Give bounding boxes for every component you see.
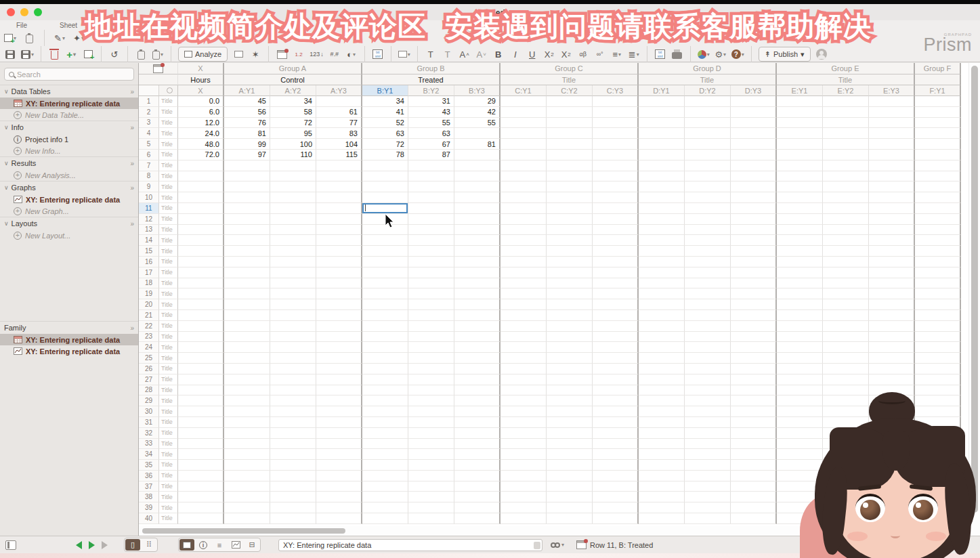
column-header[interactable]: B:Y2 xyxy=(408,85,454,96)
table-cell[interactable] xyxy=(593,160,639,171)
table-cell[interactable] xyxy=(408,288,454,299)
table-cell[interactable] xyxy=(500,460,547,471)
text-box-button[interactable]: T xyxy=(442,47,454,61)
table-cell[interactable] xyxy=(731,374,777,385)
table-cell[interactable] xyxy=(500,492,547,502)
row-number[interactable]: 13 xyxy=(139,225,159,236)
table-cell[interactable] xyxy=(178,406,224,417)
table-cell[interactable] xyxy=(593,417,639,428)
row-title-cell[interactable]: Title xyxy=(159,332,178,343)
table-cell[interactable] xyxy=(593,150,639,160)
table-cell[interactable] xyxy=(639,395,685,406)
table-cell[interactable] xyxy=(224,321,270,332)
table-cell[interactable] xyxy=(869,267,915,278)
table-cell[interactable] xyxy=(362,406,408,417)
table-cell[interactable] xyxy=(685,513,731,524)
table-cell[interactable] xyxy=(777,160,823,171)
table-cell[interactable] xyxy=(823,278,869,289)
row-title-cell[interactable]: Title xyxy=(159,160,178,171)
group-subtitle[interactable]: Title xyxy=(500,74,639,85)
table-cell[interactable] xyxy=(593,439,639,450)
table-cell[interactable] xyxy=(869,374,915,385)
table-cell[interactable] xyxy=(731,439,777,450)
expand-icon[interactable]: » xyxy=(130,220,134,228)
align-button[interactable]: ≡▾ xyxy=(611,47,623,61)
table-cell[interactable] xyxy=(547,150,593,160)
table-cell[interactable]: 52 xyxy=(362,118,408,129)
table-cell[interactable] xyxy=(915,267,961,278)
table-cell[interactable] xyxy=(547,492,593,502)
table-cell[interactable] xyxy=(316,417,362,428)
table-cell[interactable] xyxy=(178,460,224,471)
font-family-select[interactable]: Verdana xyxy=(467,20,540,32)
table-corner[interactable] xyxy=(139,63,178,74)
row-number[interactable]: 5 xyxy=(139,139,159,150)
table-cell[interactable] xyxy=(639,171,685,182)
table-cell[interactable] xyxy=(685,417,731,428)
table-cell[interactable] xyxy=(178,342,224,353)
table-cell[interactable] xyxy=(547,460,593,471)
table-cell[interactable] xyxy=(500,481,547,492)
table-cell[interactable] xyxy=(408,310,454,321)
row-title-cell[interactable]: Title xyxy=(159,492,178,502)
table-cell[interactable] xyxy=(639,203,685,214)
decimal-button[interactable]: 1.2 xyxy=(293,47,305,61)
table-cell[interactable] xyxy=(869,160,915,171)
sidebar-item-data-table[interactable]: XY: Entering replicate data xyxy=(0,98,138,109)
table-cell[interactable] xyxy=(500,107,547,118)
table-cell[interactable] xyxy=(915,150,961,160)
table-cell[interactable] xyxy=(270,171,316,182)
row-number[interactable]: 28 xyxy=(139,385,159,396)
table-cell[interactable] xyxy=(869,192,915,203)
table-cell[interactable] xyxy=(454,246,500,257)
table-cell[interactable] xyxy=(547,353,593,364)
table-cell[interactable] xyxy=(915,257,961,267)
table-cell[interactable] xyxy=(224,449,270,460)
table-cell[interactable] xyxy=(454,150,500,160)
column-header[interactable]: C:Y1 xyxy=(500,85,547,96)
table-cell[interactable] xyxy=(362,385,408,396)
table-cell[interactable] xyxy=(178,332,224,343)
table-cell[interactable]: 115 xyxy=(316,150,362,160)
table-cell[interactable] xyxy=(454,502,500,513)
table-cell[interactable] xyxy=(639,299,685,310)
table-cell[interactable] xyxy=(915,139,961,150)
table-cell[interactable] xyxy=(454,299,500,310)
table-cell[interactable] xyxy=(915,235,961,246)
table-cell[interactable] xyxy=(178,471,224,481)
account-button[interactable] xyxy=(815,47,828,61)
table-cell[interactable] xyxy=(869,139,915,150)
table-cell[interactable] xyxy=(408,481,454,492)
row-number[interactable]: 30 xyxy=(139,406,159,417)
table-cell[interactable] xyxy=(454,203,500,214)
text-tool-button[interactable]: T xyxy=(425,47,437,61)
row-number[interactable]: 10 xyxy=(139,192,159,203)
table-cell[interactable]: 77 xyxy=(316,118,362,129)
table-cell[interactable] xyxy=(547,342,593,353)
group-header[interactable]: Group A xyxy=(224,63,362,74)
table-cell[interactable]: 48.0 xyxy=(178,139,224,150)
table-cell[interactable] xyxy=(869,150,915,160)
table-cell[interactable] xyxy=(454,449,500,460)
column-header[interactable]: E:Y2 xyxy=(823,85,869,96)
table-cell[interactable] xyxy=(316,288,362,299)
table-cell[interactable] xyxy=(500,385,547,396)
table-cell[interactable] xyxy=(454,471,500,481)
table-cell[interactable] xyxy=(316,299,362,310)
table-cell[interactable] xyxy=(685,246,731,257)
row-number[interactable]: 35 xyxy=(139,460,159,471)
row-number[interactable]: 29 xyxy=(139,395,159,406)
table-cell[interactable] xyxy=(639,364,685,374)
table-cell[interactable] xyxy=(500,150,547,160)
table-cell[interactable] xyxy=(685,128,731,139)
table-cell[interactable] xyxy=(593,353,639,364)
column-header[interactable]: C:Y3 xyxy=(593,85,639,96)
table-cell[interactable] xyxy=(915,214,961,225)
table-cell[interactable] xyxy=(593,310,639,321)
table-cell[interactable] xyxy=(500,428,547,439)
table-cell[interactable] xyxy=(316,439,362,450)
table-cell[interactable] xyxy=(270,288,316,299)
table-cell[interactable] xyxy=(178,449,224,460)
table-cell[interactable] xyxy=(270,225,316,236)
table-cell[interactable] xyxy=(454,439,500,450)
